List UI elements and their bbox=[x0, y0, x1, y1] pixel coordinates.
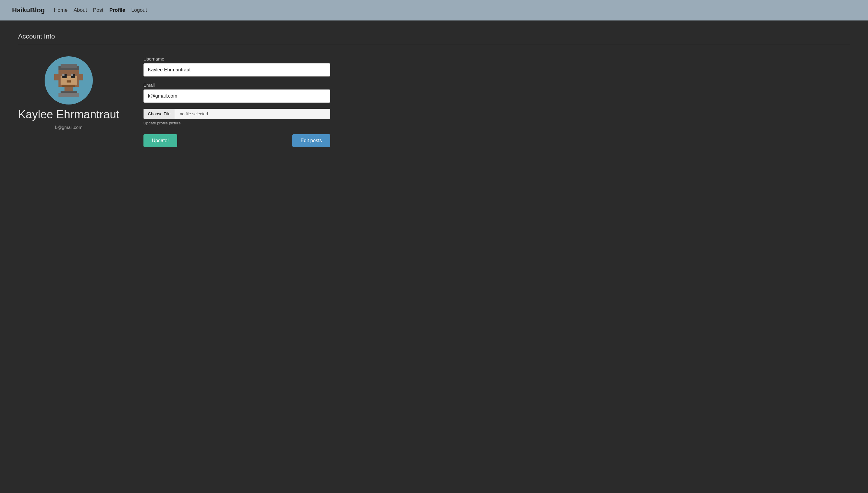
file-group: Choose File no file selected Update prof… bbox=[143, 109, 330, 125]
navbar-links: Home About Post Profile Logout bbox=[54, 7, 147, 13]
svg-rect-14 bbox=[71, 74, 73, 76]
svg-rect-10 bbox=[64, 87, 73, 91]
user-email: k@gmail.com bbox=[55, 125, 82, 130]
email-label: Email bbox=[143, 83, 330, 88]
file-name-display: no file selected bbox=[175, 109, 330, 119]
navbar-item-about[interactable]: About bbox=[74, 7, 87, 13]
email-group: Email bbox=[143, 83, 330, 103]
navbar-link-post[interactable]: Post bbox=[93, 7, 103, 13]
navbar-brand[interactable]: HaikuBlog bbox=[12, 6, 45, 14]
user-name: Kaylee Ehrmantraut bbox=[18, 108, 119, 121]
username-group: Username bbox=[143, 56, 330, 77]
avatar bbox=[45, 56, 93, 105]
svg-rect-9 bbox=[62, 85, 75, 87]
main-content: Account Info bbox=[0, 20, 868, 159]
edit-posts-button[interactable]: Edit posts bbox=[292, 134, 330, 147]
button-row: Update! Edit posts bbox=[143, 134, 330, 147]
choose-file-button[interactable]: Choose File bbox=[143, 109, 175, 119]
avatar-image bbox=[52, 64, 85, 97]
navbar-link-profile[interactable]: Profile bbox=[109, 7, 125, 13]
svg-rect-3 bbox=[54, 74, 59, 80]
navbar-link-about[interactable]: About bbox=[74, 7, 87, 13]
navbar-link-home[interactable]: Home bbox=[54, 7, 67, 13]
navbar-item-post[interactable]: Post bbox=[93, 7, 103, 13]
profile-layout: Kaylee Ehrmantraut k@gmail.com Username … bbox=[18, 56, 850, 147]
update-button[interactable]: Update! bbox=[143, 134, 177, 147]
form-section: Username Email Choose File no file selec… bbox=[143, 56, 330, 147]
file-hint: Update profile picture bbox=[143, 121, 330, 125]
svg-rect-1 bbox=[60, 64, 77, 68]
username-input[interactable] bbox=[143, 63, 330, 77]
svg-rect-13 bbox=[62, 74, 64, 76]
page-title: Account Info bbox=[18, 33, 850, 44]
navbar-item-profile[interactable]: Profile bbox=[109, 7, 125, 13]
navbar-item-home[interactable]: Home bbox=[54, 7, 67, 13]
username-label: Username bbox=[143, 56, 330, 61]
file-input-row: Choose File no file selected bbox=[143, 109, 330, 119]
navbar-link-logout[interactable]: Logout bbox=[131, 7, 147, 13]
svg-rect-4 bbox=[79, 74, 83, 80]
svg-rect-12 bbox=[59, 93, 79, 97]
avatar-section: Kaylee Ehrmantraut k@gmail.com bbox=[18, 56, 119, 130]
svg-rect-8 bbox=[67, 80, 71, 83]
navbar: HaikuBlog Home About Post Profile Logout bbox=[0, 0, 868, 20]
email-input[interactable] bbox=[143, 89, 330, 103]
navbar-item-logout[interactable]: Logout bbox=[131, 7, 147, 13]
